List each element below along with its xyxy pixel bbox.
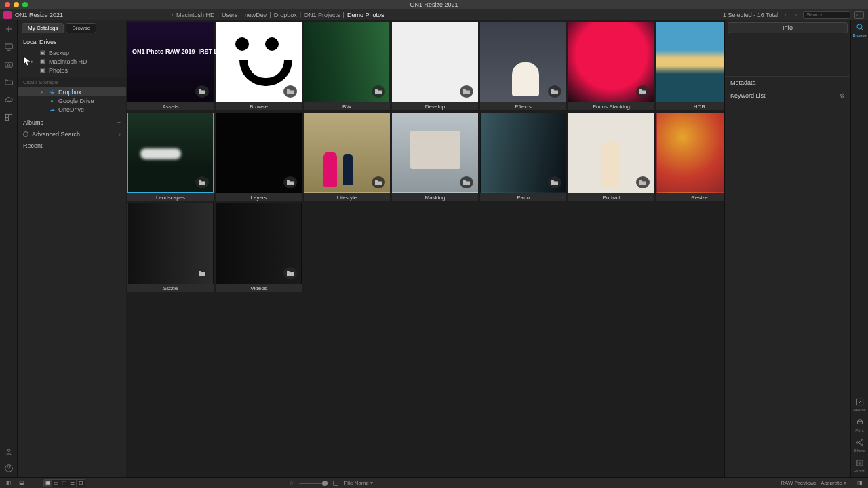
monitor-icon[interactable] xyxy=(4,42,14,52)
mode-share[interactable]: Share xyxy=(853,438,867,453)
advanced-search[interactable]: Advanced Search› xyxy=(18,129,126,140)
view-filmstrip-icon[interactable]: ☰ xyxy=(68,480,77,487)
group-icon[interactable] xyxy=(4,113,14,122)
caption-menu-icon[interactable]: · xyxy=(297,285,299,291)
caption-menu-icon[interactable]: · xyxy=(385,103,387,110)
caption-menu-icon[interactable]: · xyxy=(297,194,299,201)
caption-menu-icon[interactable]: · xyxy=(650,103,652,110)
folder-open-icon[interactable]: ▭ xyxy=(854,11,864,19)
nav-next-icon[interactable]: › xyxy=(793,12,799,18)
mode-print[interactable]: Print xyxy=(853,418,867,432)
caption-menu-icon[interactable]: · xyxy=(561,194,564,201)
folder-thumbnail[interactable] xyxy=(656,113,724,193)
add-album-icon[interactable]: + xyxy=(117,119,121,126)
folder-thumbnail[interactable] xyxy=(568,113,654,193)
user-icon[interactable] xyxy=(4,447,14,457)
folder-thumbnail[interactable] xyxy=(656,22,724,102)
crumb[interactable]: newDev xyxy=(245,12,267,18)
cloud-dropbox[interactable]: ▸⬙Dropbox xyxy=(18,87,126,96)
cloud-onedrive[interactable]: ☁OneDrive xyxy=(18,105,126,114)
window-minimize[interactable] xyxy=(14,2,19,7)
mode-resize[interactable]: Resize xyxy=(853,397,867,412)
star-filter-icon[interactable]: ☆ xyxy=(289,480,294,486)
folder-thumbnail[interactable] xyxy=(480,22,566,102)
folder-card[interactable]: Masking· xyxy=(392,113,478,201)
folder-card[interactable]: Resize· xyxy=(656,113,724,201)
caption-menu-icon[interactable]: · xyxy=(561,103,564,110)
recent-header[interactable]: Recent xyxy=(18,140,126,152)
folder-card[interactable]: Layers· xyxy=(216,113,302,201)
folder-thumbnail[interactable] xyxy=(127,113,214,193)
folder-card[interactable]: Landscapes· xyxy=(127,113,214,201)
nav-prev-icon[interactable]: ‹ xyxy=(783,12,789,18)
folder-card[interactable]: Portrait· xyxy=(568,113,654,201)
panel-toggle-left-icon[interactable]: ◧ xyxy=(4,479,14,487)
folder-thumbnail[interactable] xyxy=(127,203,214,284)
camera-icon[interactable] xyxy=(4,60,14,69)
sort-check[interactable] xyxy=(333,481,338,486)
crumb[interactable]: Dropbox xyxy=(274,12,297,18)
panel-toggle-bottom-icon[interactable]: ⬓ xyxy=(17,479,26,487)
view-grid-icon[interactable]: ▦ xyxy=(44,480,52,487)
panel-toggle-right-icon[interactable]: ◨ xyxy=(857,480,863,486)
view-compare-icon[interactable]: ◫ xyxy=(60,480,68,487)
folder-thumbnail[interactable] xyxy=(216,113,302,193)
crumb[interactable]: Demo Photos xyxy=(347,12,384,18)
cloud-icon[interactable] xyxy=(4,95,14,104)
crumb[interactable]: ON1 Projects xyxy=(304,12,340,18)
folder-thumbnail[interactable] xyxy=(480,113,566,193)
metadata-header[interactable]: Metadata xyxy=(725,76,850,89)
albums-header[interactable]: Albums+ xyxy=(18,117,126,129)
view-single-icon[interactable]: ▭ xyxy=(52,480,60,487)
window-close[interactable] xyxy=(5,2,10,7)
folder-thumbnail[interactable] xyxy=(568,22,654,102)
caption-menu-icon[interactable]: · xyxy=(297,103,299,110)
window-maximize[interactable] xyxy=(22,2,28,7)
folder-card[interactable]: Develop· xyxy=(392,22,478,110)
mode-browse[interactable]: Browse xyxy=(853,22,867,37)
tab-browse[interactable]: Browse xyxy=(66,23,96,33)
folders-icon[interactable] xyxy=(4,77,14,87)
caption-menu-icon[interactable]: · xyxy=(650,194,652,201)
drive-macintosh-hd[interactable]: ▸▣Macintosh HD xyxy=(18,57,126,66)
breadcrumb-back-icon[interactable]: ‹ xyxy=(172,12,174,18)
raw-accuracy-dropdown[interactable]: Accurate xyxy=(821,480,846,486)
keyword-list-header[interactable]: Keyword List⚙ xyxy=(725,89,850,102)
caption-menu-icon[interactable]: · xyxy=(209,103,211,110)
drive-photos[interactable]: ▣Photos xyxy=(18,66,126,75)
breadcrumb[interactable]: ‹ Macintosh HD| Users| newDev| Dropbox| … xyxy=(172,12,384,18)
local-drives-header[interactable]: Local Drives xyxy=(18,36,126,48)
folder-thumbnail[interactable] xyxy=(304,113,390,193)
drive-backup[interactable]: ▣Backup xyxy=(18,48,126,57)
folder-card[interactable]: HDR· xyxy=(656,22,724,110)
folder-card[interactable]: BW· xyxy=(304,22,390,110)
tab-my-catalogs[interactable]: My Catalogs xyxy=(22,23,64,33)
crumb[interactable]: Macintosh HD xyxy=(176,12,215,18)
help-icon[interactable] xyxy=(4,464,14,473)
add-icon[interactable] xyxy=(4,24,14,34)
folder-card[interactable]: Effects· xyxy=(480,22,566,110)
thumb-size-slider[interactable] xyxy=(299,483,328,484)
folder-thumbnail[interactable] xyxy=(127,22,214,102)
view-mode-switch[interactable]: ▦ ▭ ◫ ☰ ⊞ xyxy=(43,479,85,487)
folder-card[interactable]: Assets· xyxy=(127,22,214,110)
folder-thumbnail[interactable] xyxy=(216,22,302,102)
caption-menu-icon[interactable]: · xyxy=(209,285,211,291)
caption-menu-icon[interactable]: · xyxy=(385,194,387,201)
search-input[interactable] xyxy=(803,11,850,19)
caption-menu-icon[interactable]: · xyxy=(473,194,475,201)
folder-card[interactable]: Browse· xyxy=(216,22,302,110)
caption-menu-icon[interactable]: · xyxy=(473,103,475,110)
cloud-google-drive[interactable]: ▲Google Drive xyxy=(18,96,126,105)
info-tab[interactable]: Info xyxy=(728,22,848,33)
sort-dropdown[interactable]: File Name xyxy=(344,480,373,486)
folder-card[interactable]: Pano· xyxy=(480,113,566,201)
folder-card[interactable]: Sizzle· xyxy=(127,203,214,292)
folder-thumbnail[interactable] xyxy=(304,22,390,102)
caption-menu-icon[interactable]: · xyxy=(209,194,211,201)
folder-thumbnail[interactable] xyxy=(392,113,478,193)
folder-card[interactable]: Videos· xyxy=(216,203,302,292)
view-map-icon[interactable]: ⊞ xyxy=(77,480,85,487)
folder-thumbnail[interactable] xyxy=(216,203,302,284)
gear-icon[interactable]: ⚙ xyxy=(840,92,845,99)
